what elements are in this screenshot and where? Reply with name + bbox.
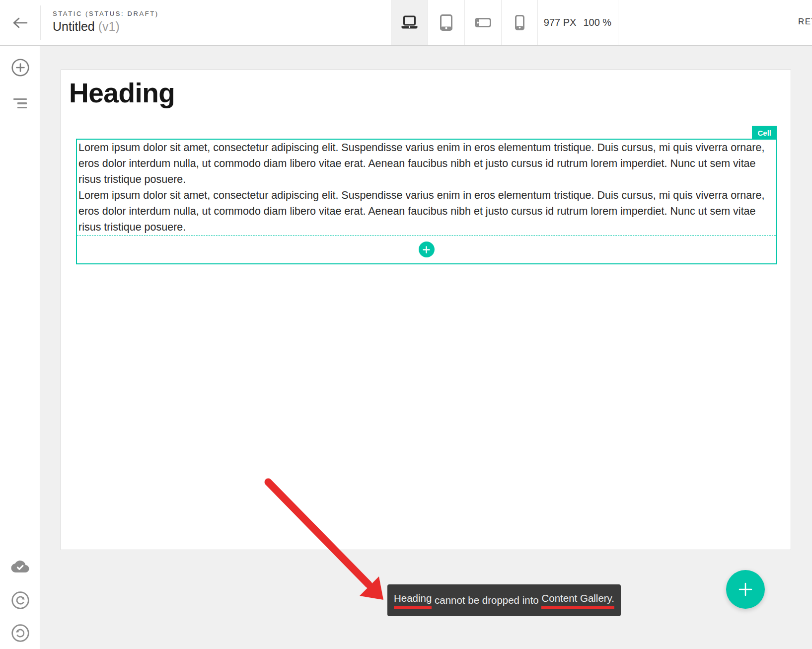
redo-button[interactable]: [0, 619, 40, 647]
plus-icon: [423, 246, 430, 253]
element-tree-icon: [13, 98, 27, 109]
device-tablet-portrait-button[interactable]: [428, 0, 464, 45]
topbar-right-action-clipped[interactable]: RET: [798, 17, 812, 27]
add-content-button[interactable]: [419, 242, 435, 257]
tablet-portrait-icon: [440, 14, 452, 31]
element-tree-button[interactable]: [0, 89, 40, 117]
plus-icon: [738, 581, 753, 597]
redo-icon: [11, 624, 30, 643]
add-element-button[interactable]: [0, 54, 40, 81]
device-phone-landscape-button[interactable]: [464, 0, 501, 45]
rich-text-element[interactable]: Lorem ipsum dolor sit amet, consectetur …: [77, 140, 776, 235]
editor-left-toolbar: [0, 46, 40, 649]
phone-landscape-icon: [475, 18, 491, 27]
tooltip-dragged-element-name: Heading: [394, 592, 432, 609]
tooltip-target-element-name: Content Gallery.: [541, 592, 614, 609]
cell-type-badge: Cell: [752, 126, 777, 140]
add-block-fab[interactable]: [726, 570, 765, 609]
viewport-width-value: 977 PX: [544, 17, 577, 28]
phone-portrait-icon: [515, 15, 524, 30]
page-version: (v1): [98, 19, 120, 33]
page-title-text: Untitled: [53, 19, 95, 33]
device-preview-switcher: [391, 0, 538, 45]
empty-drop-zone[interactable]: [77, 235, 776, 263]
paragraph[interactable]: Lorem ipsum dolor sit amet, consectetur …: [78, 140, 774, 187]
laptop-icon: [400, 15, 419, 30]
device-desktop-button[interactable]: [391, 0, 428, 45]
save-status-indicator: [0, 552, 40, 579]
document-title-block: STATIC (STATUS: DRAFT) Untitled (v1): [53, 10, 159, 34]
viewport-zoom-info: 977 PX 100 %: [537, 0, 618, 45]
cloud-saved-icon: [11, 559, 29, 572]
paragraph[interactable]: Lorem ipsum dolor sit amet, consectetur …: [78, 187, 774, 235]
drop-restriction-tooltip: Heading cannot be dropped into Content G…: [387, 584, 621, 616]
tooltip-message: cannot be dropped into: [432, 594, 541, 606]
add-element-icon: [11, 58, 30, 77]
divider: [40, 5, 41, 40]
undo-icon: [11, 591, 30, 610]
back-button[interactable]: [9, 13, 31, 33]
device-phone-portrait-button[interactable]: [501, 0, 538, 45]
zoom-level-value: 100 %: [583, 17, 611, 28]
layout-cell[interactable]: Cell Lorem ipsum dolor sit amet, consect…: [76, 139, 777, 264]
topbar: STATIC (STATUS: DRAFT) Untitled (v1): [0, 0, 812, 46]
page-preview-card: Heading Cell Lorem ipsum dolor sit amet,…: [61, 70, 791, 550]
status-label: STATIC (STATUS: DRAFT): [53, 10, 159, 17]
undo-button[interactable]: [0, 586, 40, 614]
page-heading-element[interactable]: Heading: [69, 77, 175, 109]
page-title: Untitled (v1): [53, 19, 159, 34]
arrow-left-icon: [11, 15, 28, 30]
